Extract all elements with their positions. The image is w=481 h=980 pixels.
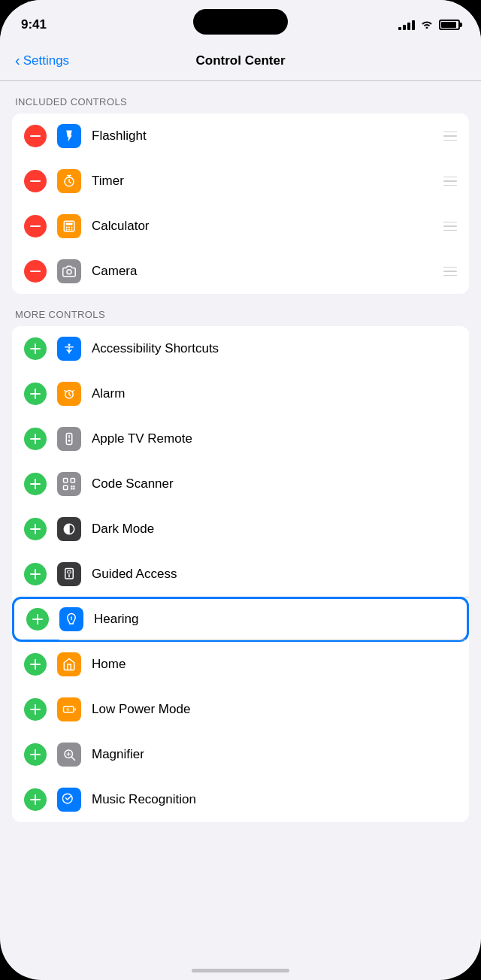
drag-handle[interactable] — [443, 177, 457, 186]
add-button[interactable] — [24, 698, 47, 721]
list-item[interactable]: Accessibility Shortcuts — [12, 326, 469, 371]
svg-point-9 — [66, 228, 68, 230]
item-label: Flashlight — [92, 129, 443, 144]
svg-rect-31 — [73, 485, 74, 487]
svg-rect-5 — [66, 223, 73, 225]
dark-mode-icon — [57, 517, 81, 541]
calculator-icon — [57, 214, 81, 238]
svg-rect-29 — [64, 485, 68, 489]
item-label: Dark Mode — [92, 522, 457, 537]
hearing-icon — [59, 607, 83, 631]
svg-point-7 — [68, 226, 70, 228]
svg-line-54 — [71, 757, 75, 761]
svg-rect-40 — [68, 571, 71, 573]
svg-rect-12 — [30, 271, 41, 272]
home-icon — [57, 652, 81, 676]
drag-handle[interactable] — [443, 222, 457, 231]
item-label: Low Power Mode — [92, 702, 457, 717]
item-label: Hearing — [94, 612, 455, 627]
item-label: Alarm — [92, 386, 457, 401]
list-item[interactable]: Alarm — [12, 371, 469, 416]
svg-rect-28 — [71, 479, 74, 482]
back-button[interactable]: ‹ Settings — [15, 52, 69, 69]
status-time: 9:41 — [21, 17, 47, 32]
add-button[interactable] — [24, 428, 47, 450]
list-item[interactable]: Low Power Mode — [12, 687, 469, 732]
svg-point-11 — [71, 228, 72, 230]
remove-button[interactable] — [24, 170, 47, 192]
item-label: Magnifier — [92, 747, 457, 762]
svg-point-8 — [71, 226, 72, 228]
add-button[interactable] — [24, 383, 47, 405]
add-button[interactable] — [24, 653, 47, 676]
svg-point-13 — [67, 270, 71, 274]
magnifier-icon — [57, 743, 81, 767]
item-label: Home — [92, 657, 457, 672]
list-item[interactable]: Apple TV Remote — [12, 416, 469, 461]
included-controls-list: Flashlight Timer — [12, 113, 469, 294]
add-button[interactable] — [24, 337, 47, 360]
list-item[interactable]: Code Scanner — [12, 461, 469, 507]
battery-icon — [439, 20, 460, 30]
item-label: Music Recognition — [92, 792, 457, 807]
list-item[interactable]: Dark Mode — [12, 507, 469, 552]
more-controls-header: MORE CONTROLS — [0, 294, 481, 326]
drag-handle[interactable] — [443, 132, 457, 141]
svg-rect-0 — [30, 135, 41, 137]
remove-button[interactable] — [24, 215, 47, 237]
add-button[interactable] — [24, 518, 47, 540]
drag-handle[interactable] — [443, 267, 457, 277]
item-label: Calculator — [92, 219, 443, 234]
svg-rect-3 — [30, 225, 41, 227]
add-button[interactable] — [24, 563, 47, 585]
svg-point-10 — [68, 228, 70, 230]
remove-button[interactable] — [24, 125, 47, 147]
list-item[interactable]: Home — [12, 642, 469, 687]
svg-point-6 — [66, 226, 68, 228]
svg-point-44 — [71, 619, 72, 621]
list-item[interactable]: Flashlight — [12, 113, 469, 159]
content: INCLUDED CONTROLS Flashlight — [0, 81, 481, 822]
item-label: Apple TV Remote — [92, 431, 457, 446]
svg-point-16 — [68, 343, 71, 346]
add-button[interactable] — [24, 743, 47, 766]
accessibility-icon — [57, 337, 81, 361]
add-button[interactable] — [24, 473, 47, 495]
guided-access-icon — [57, 562, 81, 586]
remove-button[interactable] — [24, 260, 47, 283]
hearing-list-item[interactable]: Hearing — [12, 597, 469, 642]
item-label: Accessibility Shortcuts — [92, 341, 457, 356]
svg-rect-27 — [64, 479, 68, 482]
svg-rect-33 — [73, 488, 74, 489]
music-recognition-icon — [57, 788, 81, 812]
camera-icon — [57, 259, 81, 283]
list-item[interactable]: Timer — [12, 159, 469, 204]
svg-point-41 — [68, 576, 70, 578]
list-item[interactable]: Music Recognition — [12, 777, 469, 822]
appletv-remote-icon — [57, 427, 81, 451]
svg-point-24 — [68, 440, 71, 442]
item-label: Camera — [92, 264, 443, 279]
list-item[interactable]: Camera — [12, 249, 469, 294]
svg-rect-1 — [30, 180, 41, 182]
more-controls-list: Accessibility Shortcuts Alarm — [12, 326, 469, 822]
status-icons — [398, 19, 460, 31]
status-bar: 9:41 — [0, 0, 481, 41]
list-item[interactable]: Magnifier — [12, 732, 469, 777]
alarm-icon — [57, 382, 81, 406]
add-button[interactable] — [24, 788, 47, 811]
nav-bar: ‹ Settings Control Center — [0, 41, 481, 81]
wifi-icon — [421, 19, 433, 31]
signal-icon — [398, 20, 415, 30]
back-label: Settings — [23, 53, 69, 68]
list-item[interactable]: Calculator — [12, 204, 469, 249]
svg-rect-50 — [75, 709, 77, 711]
home-indicator — [192, 969, 289, 972]
item-label: Timer — [92, 174, 443, 189]
add-button[interactable] — [26, 608, 49, 631]
list-item[interactable]: Guided Access — [12, 552, 469, 597]
svg-rect-32 — [71, 488, 72, 489]
item-label: Guided Access — [92, 567, 457, 582]
back-chevron-icon: ‹ — [15, 52, 20, 69]
included-controls-header: INCLUDED CONTROLS — [0, 81, 481, 113]
